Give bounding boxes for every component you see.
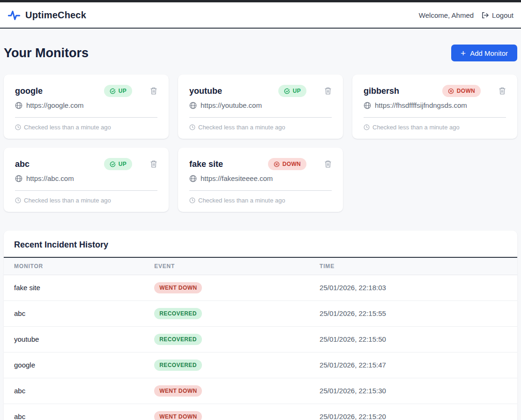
add-monitor-button[interactable]: + Add Monitor [451, 45, 517, 61]
status-badge: UP [104, 85, 132, 97]
monitor-card: google UP [4, 75, 169, 139]
check-circle-icon [284, 88, 290, 94]
last-checked-text: Checked less than a minute ago [198, 197, 285, 204]
event-badge: WENT DOWN [154, 385, 202, 397]
incident-monitor-cell: abc [4, 300, 144, 326]
delete-monitor-button[interactable] [150, 160, 157, 168]
event-badge: WENT DOWN [154, 282, 202, 293]
globe-icon [189, 175, 197, 182]
monitor-card: gibbersh DOWN [352, 75, 517, 139]
incident-monitor-cell: google [4, 352, 144, 378]
incident-row: abc WENT DOWN 25/01/2026, 22:15:20 [4, 404, 517, 420]
brand-name: UptimeCheck [25, 10, 86, 21]
delete-monitor-button[interactable] [324, 160, 332, 168]
delete-monitor-button[interactable] [499, 87, 506, 95]
logout-label: Logout [492, 11, 514, 19]
monitor-card: youtube UP [178, 75, 343, 139]
event-badge: RECOVERED [154, 360, 202, 371]
pulse-logo-icon [7, 8, 21, 22]
event-badge: WENT DOWN [154, 411, 202, 420]
monitor-url-row: https://youtube.com [189, 101, 332, 109]
clock-icon [15, 197, 21, 203]
incident-monitor-cell: youtube [4, 326, 144, 352]
monitor-url-row: https://google.com [15, 101, 157, 109]
card-divider [15, 117, 157, 118]
status-badge: DOWN [268, 158, 306, 170]
clock-icon [15, 124, 21, 130]
status-label: DOWN [283, 161, 301, 167]
clock-icon [189, 124, 195, 130]
last-checked-text: Checked less than a minute ago [198, 124, 285, 131]
status-label: UP [119, 88, 127, 94]
monitor-card: abc UP [4, 148, 169, 212]
last-checked-row: Checked less than a minute ago [189, 124, 332, 131]
monitor-url-row: https://fakesiteeee.com [189, 174, 332, 182]
globe-icon [364, 102, 371, 109]
delete-monitor-button[interactable] [150, 87, 157, 95]
logout-button[interactable]: Logout [481, 11, 514, 19]
incident-monitor-cell: fake site [4, 275, 144, 300]
incidents-panel: Recent Incident History Monitor Event Ti… [4, 231, 517, 420]
check-circle-icon [110, 88, 116, 94]
monitor-name: fake site [189, 159, 268, 169]
monitor-url: https://abc.com [26, 174, 74, 182]
incident-event-cell: WENT DOWN [144, 275, 309, 300]
last-checked-text: Checked less than a minute ago [24, 197, 111, 204]
incident-time-cell: 25/01/2026, 22:15:20 [309, 404, 517, 420]
last-checked-row: Checked less than a minute ago [364, 124, 506, 131]
incident-monitor-cell: abc [4, 378, 144, 404]
check-circle-icon [110, 161, 116, 167]
incidents-table: Monitor Event Time fake site WENT DOWN 2… [4, 258, 517, 420]
x-circle-icon [448, 88, 454, 94]
incident-time-cell: 25/01/2026, 22:15:30 [309, 378, 517, 404]
x-circle-icon [274, 161, 280, 167]
monitor-url-row: https://fhsdffffsijfndngsds.com [364, 101, 506, 109]
delete-monitor-button[interactable] [324, 87, 332, 95]
last-checked-row: Checked less than a minute ago [15, 197, 157, 204]
globe-icon [15, 102, 22, 109]
incident-event-cell: WENT DOWN [144, 378, 309, 404]
incidents-header-row: Monitor Event Time [4, 258, 517, 275]
monitor-url: https://youtube.com [201, 101, 262, 109]
incidents-title: Recent Incident History [14, 240, 507, 250]
trash-icon [324, 160, 332, 168]
trash-icon [499, 87, 506, 95]
incident-time-cell: 25/01/2026, 22:15:47 [309, 352, 517, 378]
last-checked-row: Checked less than a minute ago [15, 124, 157, 131]
monitor-url: https://google.com [26, 101, 84, 109]
incident-row: fake site WENT DOWN 25/01/2026, 22:18:03 [4, 275, 517, 300]
column-header-event: Event [144, 258, 309, 275]
card-divider [15, 190, 157, 191]
plus-icon: + [461, 49, 466, 58]
column-header-time: Time [309, 258, 517, 275]
card-divider [364, 117, 506, 118]
brand: UptimeCheck [7, 8, 86, 22]
status-label: DOWN [457, 88, 475, 94]
globe-icon [15, 175, 22, 182]
monitor-card: fake site DOWN [178, 148, 343, 212]
header-right: Welcome, Ahmed Logout [419, 11, 514, 19]
app-header: UptimeCheck Welcome, Ahmed Logout [0, 2, 521, 29]
monitor-name: google [15, 86, 104, 96]
incident-time-cell: 25/01/2026, 22:18:03 [309, 275, 517, 300]
incident-row: abc WENT DOWN 25/01/2026, 22:15:30 [4, 378, 517, 404]
trash-icon [150, 160, 157, 168]
status-label: UP [119, 161, 127, 167]
monitor-card-header: abc UP [15, 158, 157, 170]
status-label: UP [293, 88, 301, 94]
monitors-grid: google UP [4, 75, 517, 212]
incident-row: abc RECOVERED 25/01/2026, 22:15:55 [4, 300, 517, 326]
monitor-name: gibbersh [364, 86, 442, 96]
monitor-card-header: youtube UP [189, 85, 332, 97]
event-badge: RECOVERED [154, 308, 202, 319]
monitor-name: abc [15, 159, 104, 169]
status-badge: UP [278, 85, 306, 97]
incident-monitor-cell: abc [4, 404, 144, 420]
clock-icon [189, 197, 195, 203]
globe-icon [189, 102, 197, 109]
last-checked-text: Checked less than a minute ago [24, 124, 111, 131]
monitor-url: https://fakesiteeee.com [201, 174, 273, 182]
incidents-panel-header: Recent Incident History [4, 231, 517, 258]
incident-event-cell: RECOVERED [144, 326, 309, 352]
logout-icon [481, 11, 489, 19]
